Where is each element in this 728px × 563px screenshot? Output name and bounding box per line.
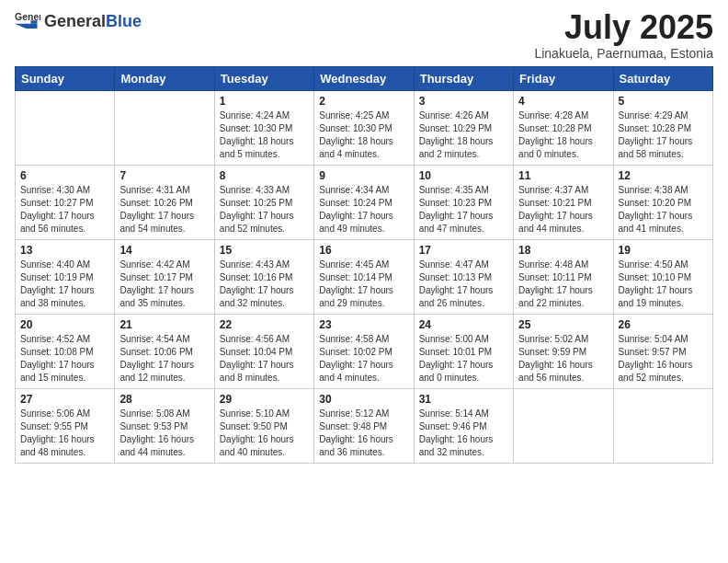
calendar-cell: 4Sunrise: 4:28 AM Sunset: 10:28 PM Dayli… bbox=[514, 90, 613, 165]
day-number: 27 bbox=[20, 393, 109, 406]
calendar-cell: 20Sunrise: 4:52 AM Sunset: 10:08 PM Dayl… bbox=[16, 314, 115, 388]
day-number: 25 bbox=[518, 318, 608, 331]
day-header-saturday: Saturday bbox=[613, 66, 712, 90]
day-number: 15 bbox=[220, 244, 309, 257]
day-number: 22 bbox=[220, 318, 309, 331]
day-info: Sunrise: 4:54 AM Sunset: 10:06 PM Daylig… bbox=[119, 333, 209, 385]
page: General GeneralBlue July 2025 Linakuela,… bbox=[0, 0, 728, 563]
calendar-cell: 28Sunrise: 5:08 AM Sunset: 9:53 PM Dayli… bbox=[115, 388, 214, 463]
calendar-cell: 21Sunrise: 4:54 AM Sunset: 10:06 PM Dayl… bbox=[115, 314, 214, 388]
logo-text: GeneralBlue bbox=[44, 13, 142, 31]
day-number: 1 bbox=[220, 95, 309, 108]
day-info: Sunrise: 5:00 AM Sunset: 10:01 PM Daylig… bbox=[419, 333, 508, 385]
day-number: 28 bbox=[119, 393, 209, 406]
month-title: July 2025 bbox=[534, 9, 713, 46]
day-info: Sunrise: 5:14 AM Sunset: 9:46 PM Dayligh… bbox=[419, 408, 508, 459]
day-number: 21 bbox=[119, 318, 209, 331]
calendar-cell: 24Sunrise: 5:00 AM Sunset: 10:01 PM Dayl… bbox=[414, 314, 513, 388]
day-info: Sunrise: 4:52 AM Sunset: 10:08 PM Daylig… bbox=[20, 333, 109, 385]
calendar-week-row: 6Sunrise: 4:30 AM Sunset: 10:27 PM Dayli… bbox=[16, 165, 713, 239]
day-info: Sunrise: 5:10 AM Sunset: 9:50 PM Dayligh… bbox=[220, 408, 309, 459]
svg-marker-2 bbox=[31, 20, 38, 24]
day-number: 29 bbox=[220, 393, 309, 406]
calendar-cell: 14Sunrise: 4:42 AM Sunset: 10:17 PM Dayl… bbox=[115, 239, 214, 314]
day-number: 6 bbox=[20, 169, 109, 182]
calendar-cell: 16Sunrise: 4:45 AM Sunset: 10:14 PM Dayl… bbox=[314, 239, 414, 314]
day-header-wednesday: Wednesday bbox=[314, 66, 414, 90]
day-info: Sunrise: 4:56 AM Sunset: 10:04 PM Daylig… bbox=[220, 333, 309, 385]
calendar-cell: 6Sunrise: 4:30 AM Sunset: 10:27 PM Dayli… bbox=[16, 165, 115, 239]
day-info: Sunrise: 4:48 AM Sunset: 10:11 PM Daylig… bbox=[518, 259, 608, 310]
day-number: 31 bbox=[419, 393, 508, 406]
day-info: Sunrise: 4:38 AM Sunset: 10:20 PM Daylig… bbox=[619, 184, 708, 236]
calendar-cell: 8Sunrise: 4:33 AM Sunset: 10:25 PM Dayli… bbox=[214, 165, 313, 239]
title-block: July 2025 Linakuela, Paernumaa, Estonia bbox=[534, 9, 713, 61]
calendar-week-row: 13Sunrise: 4:40 AM Sunset: 10:19 PM Dayl… bbox=[16, 239, 713, 314]
day-info: Sunrise: 5:04 AM Sunset: 9:57 PM Dayligh… bbox=[619, 333, 708, 385]
logo: General GeneralBlue bbox=[15, 9, 142, 35]
day-number: 4 bbox=[518, 95, 608, 108]
day-info: Sunrise: 4:29 AM Sunset: 10:28 PM Daylig… bbox=[619, 109, 708, 161]
day-info: Sunrise: 5:08 AM Sunset: 9:53 PM Dayligh… bbox=[119, 408, 209, 459]
logo-icon: General bbox=[15, 9, 40, 35]
calendar-week-row: 27Sunrise: 5:06 AM Sunset: 9:55 PM Dayli… bbox=[16, 388, 713, 463]
calendar: SundayMondayTuesdayWednesdayThursdayFrid… bbox=[15, 66, 713, 464]
day-number: 9 bbox=[319, 169, 408, 182]
day-info: Sunrise: 4:33 AM Sunset: 10:25 PM Daylig… bbox=[220, 184, 309, 236]
day-info: Sunrise: 4:31 AM Sunset: 10:26 PM Daylig… bbox=[119, 184, 209, 236]
day-info: Sunrise: 4:25 AM Sunset: 10:30 PM Daylig… bbox=[319, 109, 408, 161]
day-info: Sunrise: 4:28 AM Sunset: 10:28 PM Daylig… bbox=[518, 109, 608, 161]
day-info: Sunrise: 4:40 AM Sunset: 10:19 PM Daylig… bbox=[20, 259, 109, 310]
header: General GeneralBlue July 2025 Linakuela,… bbox=[15, 9, 713, 61]
calendar-cell: 18Sunrise: 4:48 AM Sunset: 10:11 PM Dayl… bbox=[514, 239, 613, 314]
calendar-header-row: SundayMondayTuesdayWednesdayThursdayFrid… bbox=[16, 66, 713, 90]
calendar-cell bbox=[613, 388, 712, 463]
calendar-cell: 2Sunrise: 4:25 AM Sunset: 10:30 PM Dayli… bbox=[314, 90, 414, 165]
day-header-thursday: Thursday bbox=[414, 66, 513, 90]
day-number: 12 bbox=[619, 169, 708, 182]
calendar-cell: 19Sunrise: 4:50 AM Sunset: 10:10 PM Dayl… bbox=[613, 239, 712, 314]
day-info: Sunrise: 4:30 AM Sunset: 10:27 PM Daylig… bbox=[20, 184, 109, 236]
calendar-week-row: 20Sunrise: 4:52 AM Sunset: 10:08 PM Dayl… bbox=[16, 314, 713, 388]
calendar-cell: 1Sunrise: 4:24 AM Sunset: 10:30 PM Dayli… bbox=[214, 90, 313, 165]
day-info: Sunrise: 5:02 AM Sunset: 9:59 PM Dayligh… bbox=[518, 333, 608, 385]
calendar-cell: 27Sunrise: 5:06 AM Sunset: 9:55 PM Dayli… bbox=[16, 388, 115, 463]
calendar-cell: 5Sunrise: 4:29 AM Sunset: 10:28 PM Dayli… bbox=[613, 90, 712, 165]
calendar-cell bbox=[514, 388, 613, 463]
calendar-cell: 15Sunrise: 4:43 AM Sunset: 10:16 PM Dayl… bbox=[214, 239, 313, 314]
day-number: 20 bbox=[20, 318, 109, 331]
calendar-cell: 13Sunrise: 4:40 AM Sunset: 10:19 PM Dayl… bbox=[16, 239, 115, 314]
day-number: 19 bbox=[619, 244, 708, 257]
day-header-tuesday: Tuesday bbox=[214, 66, 313, 90]
location-title: Linakuela, Paernumaa, Estonia bbox=[534, 46, 713, 61]
calendar-cell: 11Sunrise: 4:37 AM Sunset: 10:21 PM Dayl… bbox=[514, 165, 613, 239]
day-number: 8 bbox=[220, 169, 309, 182]
day-number: 18 bbox=[518, 244, 608, 257]
day-number: 5 bbox=[619, 95, 708, 108]
day-info: Sunrise: 5:12 AM Sunset: 9:48 PM Dayligh… bbox=[319, 408, 408, 459]
day-header-monday: Monday bbox=[115, 66, 214, 90]
calendar-cell bbox=[115, 90, 214, 165]
day-info: Sunrise: 4:24 AM Sunset: 10:30 PM Daylig… bbox=[220, 109, 309, 161]
day-info: Sunrise: 5:06 AM Sunset: 9:55 PM Dayligh… bbox=[20, 408, 109, 459]
calendar-cell: 25Sunrise: 5:02 AM Sunset: 9:59 PM Dayli… bbox=[514, 314, 613, 388]
calendar-cell: 22Sunrise: 4:56 AM Sunset: 10:04 PM Dayl… bbox=[214, 314, 313, 388]
day-info: Sunrise: 4:58 AM Sunset: 10:02 PM Daylig… bbox=[319, 333, 408, 385]
calendar-cell: 17Sunrise: 4:47 AM Sunset: 10:13 PM Dayl… bbox=[414, 239, 513, 314]
day-info: Sunrise: 4:42 AM Sunset: 10:17 PM Daylig… bbox=[119, 259, 209, 310]
calendar-cell bbox=[16, 90, 115, 165]
calendar-week-row: 1Sunrise: 4:24 AM Sunset: 10:30 PM Dayli… bbox=[16, 90, 713, 165]
day-number: 14 bbox=[119, 244, 209, 257]
day-info: Sunrise: 4:50 AM Sunset: 10:10 PM Daylig… bbox=[619, 259, 708, 310]
day-number: 23 bbox=[319, 318, 408, 331]
day-number: 16 bbox=[319, 244, 408, 257]
day-number: 24 bbox=[419, 318, 508, 331]
day-number: 13 bbox=[20, 244, 109, 257]
logo-blue: Blue bbox=[106, 12, 142, 30]
calendar-cell: 31Sunrise: 5:14 AM Sunset: 9:46 PM Dayli… bbox=[414, 388, 513, 463]
calendar-cell: 26Sunrise: 5:04 AM Sunset: 9:57 PM Dayli… bbox=[613, 314, 712, 388]
day-info: Sunrise: 4:37 AM Sunset: 10:21 PM Daylig… bbox=[518, 184, 608, 236]
day-number: 26 bbox=[619, 318, 708, 331]
day-info: Sunrise: 4:43 AM Sunset: 10:16 PM Daylig… bbox=[220, 259, 309, 310]
calendar-cell: 29Sunrise: 5:10 AM Sunset: 9:50 PM Dayli… bbox=[214, 388, 313, 463]
